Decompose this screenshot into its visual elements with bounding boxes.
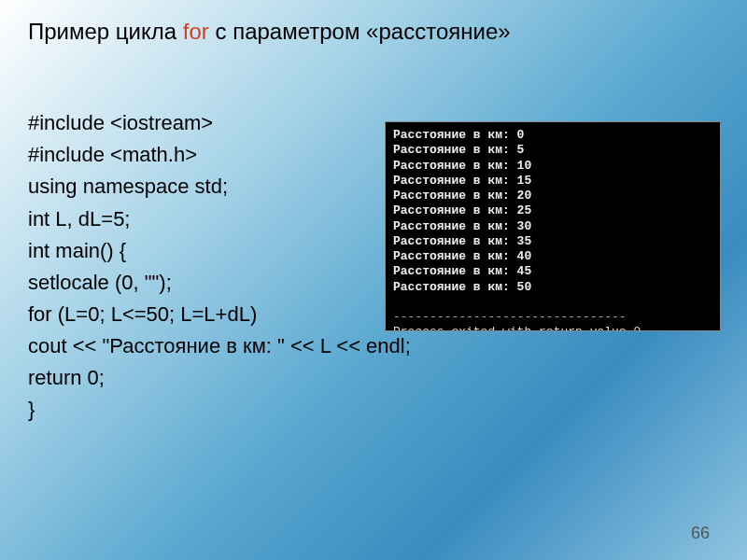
console-divider: --------------------------------: [393, 310, 712, 325]
console-line: Расстояние в км: 10: [393, 159, 712, 174]
title-before: Пример цикла: [28, 19, 183, 44]
console-line: Расстояние в км: 5: [393, 143, 712, 158]
code-line: cout << "Расстояние в км: " << L << endl…: [28, 334, 411, 357]
code-line: using namespace std;: [28, 175, 228, 198]
code-line: int main() {: [28, 239, 126, 262]
code-line: }: [28, 398, 35, 421]
console-line: Расстояние в км: 20: [393, 189, 712, 203]
console-output: Расстояние в км: 0 Расстояние в км: 5 Ра…: [385, 121, 721, 331]
slide: Пример цикла for с параметром «расстояни…: [0, 0, 747, 560]
console-line: Расстояние в км: 35: [393, 234, 712, 249]
console-line: Расстояние в км: 45: [393, 264, 712, 279]
slide-title: Пример цикла for с параметром «расстояни…: [28, 17, 719, 46]
console-line: Расстояние в км: 30: [393, 219, 712, 234]
console-line: Расстояние в км: 40: [393, 249, 712, 264]
code-line: for (L=0; L<=50; L=L+dL): [28, 302, 257, 326]
code-line: int L, dL=5;: [28, 207, 130, 231]
code-line: return 0;: [28, 366, 105, 389]
page-number: 66: [691, 524, 710, 543]
code-block: #include <iostream> #include <math.h> us…: [28, 76, 411, 457]
console-line: Расстояние в км: 50: [393, 280, 712, 295]
code-line: #include <iostream>: [28, 111, 213, 134]
console-exit: Process exited with return value 0: [393, 325, 712, 331]
code-line: setlocale (0, "");: [28, 271, 172, 294]
code-line: #include <math.h>: [28, 143, 197, 166]
console-blank: [393, 295, 712, 310]
title-after: с параметром «расстояние»: [209, 19, 511, 44]
console-line: Расстояние в км: 0: [393, 128, 712, 143]
console-line: Расстояние в км: 15: [393, 174, 712, 189]
console-line: Расстояние в км: 25: [393, 203, 712, 218]
title-keyword: for: [183, 19, 209, 44]
